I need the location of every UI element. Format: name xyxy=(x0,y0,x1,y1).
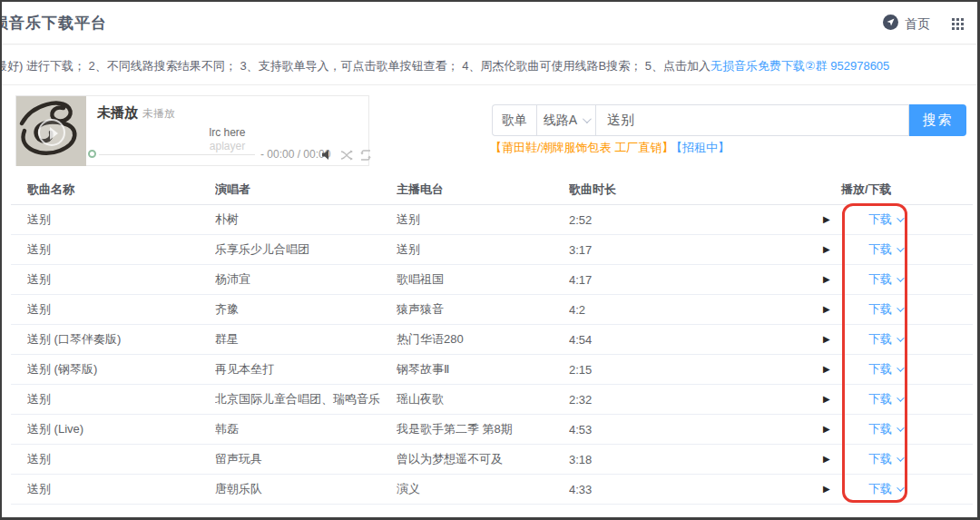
search-input[interactable] xyxy=(596,105,908,135)
artist-cell: 北京国际儿童合唱团、瑞鸣音乐 xyxy=(215,391,397,407)
chevron-down-icon xyxy=(897,364,904,371)
notice-tips: 最好) 进行下载； 2、不同线路搜索结果不同； 3、支持歌单导入，可点击歌单按钮… xyxy=(2,59,710,73)
download-link-label: 下载 xyxy=(868,301,892,318)
home-label: 首页 xyxy=(905,16,930,33)
volume-icon[interactable] xyxy=(321,148,334,164)
row-play-button[interactable]: ▶ xyxy=(823,425,861,434)
search-input-wrap xyxy=(596,104,909,136)
ad-link-rent[interactable]: 【招租中】 xyxy=(671,140,730,156)
chevron-down-icon xyxy=(897,214,904,221)
shuffle-icon[interactable] xyxy=(340,148,354,164)
song-name-cell: 送别 xyxy=(27,451,215,467)
album-cell: 歌唱祖国 xyxy=(397,271,569,288)
duration-cell: 4:2 xyxy=(569,303,823,317)
duration-cell: 2:15 xyxy=(569,363,823,377)
app-window: 损音乐下载平台 首页 最好) 进行下载； 2、不同线路搜索结果不同； 3、支持歌… xyxy=(0,0,980,520)
download-link-label: 下载 xyxy=(868,241,892,258)
album-cell: 送别 xyxy=(397,211,569,228)
download-link-label: 下载 xyxy=(868,331,892,348)
col-play-download: 播放/下载 xyxy=(823,182,973,198)
row-play-button[interactable]: ▶ xyxy=(823,245,861,254)
line-select-value: 线路A xyxy=(544,113,577,129)
row-play-button[interactable]: ▶ xyxy=(823,365,861,374)
song-name-cell: 送别 xyxy=(27,391,215,407)
player-time: - 00:00 / 00:00 xyxy=(260,148,330,161)
player-play-button[interactable] xyxy=(38,119,65,146)
duration-cell: 2:32 xyxy=(569,393,823,407)
download-dropdown[interactable]: 下载 xyxy=(861,361,973,378)
duration-cell: 4:53 xyxy=(569,423,823,437)
duration-cell: 2:52 xyxy=(569,213,823,227)
loop-icon[interactable] xyxy=(359,148,372,164)
table-row: 送别 (口琴伴奏版) 群星 热门华语280 4:54 ▶ 下载 xyxy=(11,325,973,355)
lyric-line: lrc here xyxy=(86,126,368,139)
playlist-button[interactable]: 歌单 xyxy=(492,104,536,136)
duration-cell: 4:17 xyxy=(569,273,823,287)
album-art xyxy=(16,96,86,166)
top-header: 损音乐下载平台 首页 xyxy=(2,2,977,44)
play-icon xyxy=(50,127,58,140)
song-name-cell: 送别 (Live) xyxy=(27,421,215,437)
artist-cell: 唐朝乐队 xyxy=(215,481,397,497)
row-play-button[interactable]: ▶ xyxy=(823,305,861,314)
ad-link-factory[interactable]: 【莆田鞋/潮牌服饰包表 工厂直销】 xyxy=(490,140,673,156)
qq-group-link[interactable]: 无损音乐免费下载②群 952978605 xyxy=(710,59,889,73)
chevron-down-icon xyxy=(583,114,592,123)
artist-cell: 留声玩具 xyxy=(215,451,397,467)
progress-bar[interactable] xyxy=(99,154,255,155)
artist-cell: 韩磊 xyxy=(215,421,397,437)
row-play-button[interactable]: ▶ xyxy=(823,215,861,224)
duration-cell: 4:54 xyxy=(569,333,823,347)
table-row: 送别 北京国际儿童合唱团、瑞鸣音乐 瑶山夜歌 2:32 ▶ 下载 xyxy=(11,385,973,415)
chevron-down-icon xyxy=(897,424,904,431)
chevron-down-icon xyxy=(897,334,904,341)
duration-cell: 3:17 xyxy=(569,243,823,257)
download-dropdown[interactable]: 下载 xyxy=(861,211,973,228)
download-dropdown[interactable]: 下载 xyxy=(861,301,973,318)
compass-icon xyxy=(883,15,898,34)
song-name-cell: 送别 xyxy=(27,211,215,228)
now-playing-title: 未播放未播放 xyxy=(97,104,175,122)
chevron-down-icon xyxy=(897,454,904,461)
download-link-label: 下载 xyxy=(868,361,892,378)
song-name-cell: 送别 (钢琴版) xyxy=(27,361,215,378)
song-table: 歌曲名称 演唱者 主播电台 歌曲时长 播放/下载 送别 朴树 送别 2:52 ▶… xyxy=(11,174,973,505)
download-dropdown[interactable]: 下载 xyxy=(861,271,973,288)
table-row: 送别 齐豫 猿声猿音 4:2 ▶ 下载 xyxy=(11,295,973,325)
song-name-cell: 送别 xyxy=(27,271,215,288)
table-row: 送别 乐享乐少儿合唱团 送别 3:17 ▶ 下载 xyxy=(11,235,973,265)
download-link-label: 下载 xyxy=(868,271,892,288)
table-row: 送别 杨沛宜 歌唱祖国 4:17 ▶ 下载 xyxy=(11,265,973,295)
song-table-body: 送别 朴树 送别 2:52 ▶ 下载 送别 乐享乐少儿合唱团 送别 3:17 ▶… xyxy=(11,205,973,505)
table-header: 歌曲名称 演唱者 主播电台 歌曲时长 播放/下载 xyxy=(11,174,973,205)
apps-grid-icon[interactable] xyxy=(952,17,964,34)
download-dropdown[interactable]: 下载 xyxy=(861,481,973,497)
notice-bar: 最好) 进行下载； 2、不同线路搜索结果不同； 3、支持歌单导入，可点击歌单按钮… xyxy=(2,45,977,85)
download-dropdown[interactable]: 下载 xyxy=(861,331,973,348)
album-cell: 瑶山夜歌 xyxy=(397,391,569,407)
row-play-button[interactable]: ▶ xyxy=(823,395,861,404)
download-dropdown[interactable]: 下载 xyxy=(861,421,973,437)
table-row: 送别 (钢琴版) 再见本垒打 钢琴故事Ⅱ 2:15 ▶ 下载 xyxy=(11,355,973,385)
download-link-label: 下载 xyxy=(868,391,892,407)
row-play-button[interactable]: ▶ xyxy=(823,455,861,464)
col-song-name: 歌曲名称 xyxy=(27,182,215,198)
download-dropdown[interactable]: 下载 xyxy=(861,241,973,258)
row-play-button[interactable]: ▶ xyxy=(823,485,861,494)
search-button[interactable]: 搜索 xyxy=(909,104,966,136)
home-link[interactable]: 首页 xyxy=(883,15,930,34)
line-select[interactable]: 线路A xyxy=(536,104,596,136)
chevron-down-icon xyxy=(897,244,904,251)
duration-cell: 3:18 xyxy=(569,453,823,466)
download-dropdown[interactable]: 下载 xyxy=(861,391,973,407)
row-play-button[interactable]: ▶ xyxy=(823,335,861,344)
download-dropdown[interactable]: 下载 xyxy=(861,451,973,467)
progress-handle[interactable] xyxy=(88,150,96,158)
chevron-down-icon xyxy=(897,394,904,401)
artist-cell: 齐豫 xyxy=(215,301,397,318)
album-cell: 曾以为梦想遥不可及 xyxy=(397,451,569,467)
song-name-cell: 送别 xyxy=(27,241,215,258)
row-play-button[interactable]: ▶ xyxy=(823,275,861,284)
artist-cell: 朴树 xyxy=(215,211,397,228)
song-name-cell: 送别 (口琴伴奏版) xyxy=(27,331,215,348)
